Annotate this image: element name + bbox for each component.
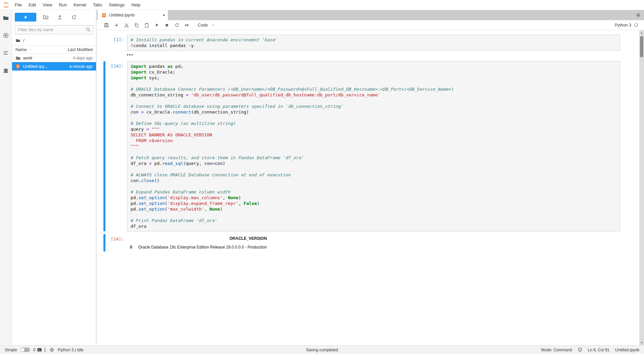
scissors-icon	[124, 23, 129, 28]
folder-icon	[15, 55, 21, 61]
save-button[interactable]	[102, 21, 110, 29]
dataframe-value: Oracle Database 19c Enterprise Edition R…	[135, 243, 270, 252]
vertical-scrollbar[interactable]: ▲ ▼	[639, 30, 644, 345]
kernel-status[interactable]: Python 3 | Idle	[58, 348, 84, 352]
cursor-position[interactable]: Ln 6, Col 91	[588, 348, 610, 352]
input-prompt: [14]:	[105, 61, 127, 231]
refresh-button[interactable]	[69, 13, 79, 21]
paste-icon	[144, 23, 149, 28]
new-launcher-button[interactable]: +	[15, 13, 36, 21]
settings-gear-icon[interactable]	[636, 12, 641, 18]
menu-item-tabs[interactable]: Tabs	[90, 0, 105, 10]
upload-icon	[57, 14, 63, 20]
run-cell-button[interactable]	[153, 21, 161, 29]
extensions-icon[interactable]	[2, 67, 10, 74]
search-icon	[85, 27, 91, 33]
scrollbar-thumb[interactable]	[640, 36, 643, 57]
plus-icon	[114, 23, 119, 28]
file-browser-toolbar: +	[12, 10, 96, 23]
menu-item-help[interactable]: Help	[128, 0, 144, 10]
code-editor[interactable]: import pandas as pd;import cx_Oracle;imp…	[127, 61, 620, 231]
status-bar: Simple 0 1 Python 3 | Idle Saving comple…	[0, 345, 644, 354]
dataframe-column-header: ORACLE_VERSION	[135, 234, 270, 243]
fast-forward-icon	[184, 23, 190, 28]
copy-cells-button[interactable]	[133, 21, 141, 29]
refresh-icon	[71, 14, 77, 20]
copy-icon	[134, 23, 139, 28]
output-prompt: [14]:	[105, 234, 127, 252]
files-icon[interactable]	[2, 14, 10, 21]
paste-cells-button[interactable]	[143, 21, 151, 29]
menu-item-edit[interactable]: Edit	[25, 0, 39, 10]
kernel-idle-icon	[634, 23, 639, 28]
menu-bar: File Edit View Run Kernel Tabs Settings …	[0, 0, 644, 10]
save-status: Saving completed	[306, 348, 338, 352]
input-prompt: [1]:	[105, 35, 127, 51]
notebook-icon	[15, 64, 20, 69]
dataframe-row: 0 Oracle Database 19c Enterprise Edition…	[127, 243, 270, 252]
file-row-work[interactable]: work 4 days ago	[12, 54, 96, 62]
scroll-up-icon[interactable]: ▲	[639, 30, 644, 35]
collapsed-output-button[interactable]: •••	[127, 51, 134, 57]
kernel-selector[interactable]: Python 3	[615, 23, 639, 28]
run-icon	[154, 23, 159, 28]
insert-cell-button[interactable]	[112, 21, 121, 29]
interrupt-kernel-button[interactable]	[163, 21, 171, 29]
stop-icon	[165, 23, 169, 28]
notebook-content: [1]: # Installs pandas in current Anacon…	[97, 30, 644, 345]
code-cell-1: [1]: # Installs pandas in current Anacon…	[103, 35, 620, 57]
running-sessions-icon[interactable]	[2, 32, 10, 39]
running-kernels-indicator[interactable]: 0 1	[33, 347, 46, 352]
left-sidebar	[0, 10, 12, 345]
tab-title: Untitled.ipynb	[109, 13, 160, 17]
filter-files-input[interactable]	[15, 25, 93, 34]
menu-item-kernel[interactable]: Kernel	[70, 0, 90, 10]
simple-mode-label: Simple	[5, 348, 17, 352]
file-row-untitled-notebook[interactable]: Untitled.ipy… a minute ago	[12, 62, 96, 71]
cell-type-dropdown[interactable]: Code	[198, 23, 215, 28]
dataframe-output: ORACLE_VERSION 0 Oracle Database 19c Ent…	[127, 234, 270, 252]
save-icon	[104, 23, 109, 28]
menu-item-run[interactable]: Run	[55, 0, 70, 10]
menu-item-settings[interactable]: Settings	[105, 0, 128, 10]
home-folder-icon	[15, 38, 20, 43]
restart-kernel-button[interactable]	[173, 21, 181, 29]
globe-icon[interactable]	[49, 347, 54, 352]
sort-ascending-icon	[29, 48, 33, 52]
restart-run-all-button[interactable]	[183, 21, 191, 29]
restart-icon	[174, 23, 180, 28]
editor-mode-indicator: Mode: Command	[541, 348, 572, 352]
current-file-name: Untitled.ipynb	[615, 348, 639, 352]
toggle-knob	[21, 348, 25, 352]
terminal-icon	[37, 347, 42, 352]
tab-bar: Untitled.ipynb ●	[97, 10, 644, 20]
dataframe-index: 0	[127, 243, 135, 252]
scroll-down-icon[interactable]: ▼	[639, 340, 644, 345]
new-folder-button[interactable]	[41, 13, 50, 21]
file-list: work 4 days ago Untitled.ipy… a minute a…	[12, 54, 96, 71]
notebook-toolbar: Code Python 3	[97, 20, 644, 30]
simple-mode-toggle[interactable]	[20, 348, 30, 352]
cut-cells-button[interactable]	[123, 21, 131, 29]
jupyter-logo-icon[interactable]	[1, 1, 11, 9]
breadcrumb[interactable]: /	[12, 36, 96, 45]
modified-column-header[interactable]: Last Modified	[68, 47, 93, 52]
notebook-icon	[101, 13, 106, 18]
code-cell-2: [14]: import pandas as pd;import cx_Orac…	[103, 61, 620, 252]
tab-dirty-indicator[interactable]: ●	[163, 13, 165, 17]
tab-untitled-notebook[interactable]: Untitled.ipynb ●	[98, 10, 168, 20]
menu-item-file[interactable]: File	[11, 0, 25, 10]
trust-shield-icon	[578, 347, 583, 352]
upload-button[interactable]	[55, 13, 64, 21]
table-of-contents-icon[interactable]	[2, 49, 10, 56]
file-browser-panel: + / Name Last Modified work 4 days ago U…	[12, 10, 96, 345]
name-column-header[interactable]: Name	[15, 47, 33, 52]
menu-item-view[interactable]: View	[39, 0, 55, 10]
chevron-down-icon	[211, 23, 215, 27]
code-editor[interactable]: # Installs pandas in current Anaconda en…	[127, 35, 620, 51]
new-folder-icon	[43, 14, 49, 20]
breadcrumb-root[interactable]: /	[23, 38, 25, 43]
main-area: Untitled.ipynb ● Code Python 3	[97, 10, 644, 345]
file-list-header: Name Last Modified	[12, 45, 96, 54]
